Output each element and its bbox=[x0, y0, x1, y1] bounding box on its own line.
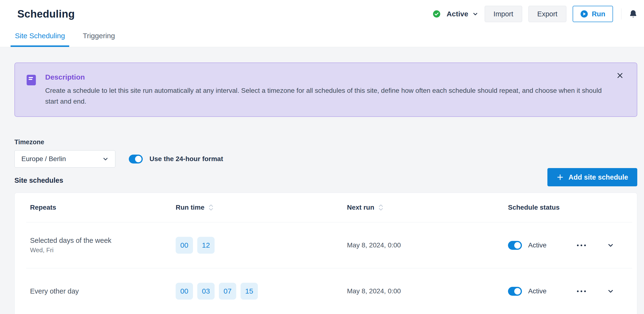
row-expand-chevron-icon[interactable] bbox=[607, 287, 614, 295]
status-check-icon bbox=[433, 10, 440, 18]
chevron-down-icon bbox=[102, 156, 109, 162]
status-cell: Active bbox=[508, 287, 637, 296]
next-run-cell: May 8, 2024, 0:00 bbox=[347, 241, 508, 249]
page-title: Scheduling bbox=[17, 8, 75, 20]
schedule-status-label: Active bbox=[528, 287, 546, 295]
24h-format-toggle[interactable] bbox=[129, 155, 143, 163]
sort-icon[interactable] bbox=[208, 204, 214, 211]
run-time-cell: 00 12 bbox=[176, 237, 347, 254]
column-header-run-time[interactable]: Run time bbox=[176, 204, 347, 211]
play-icon bbox=[580, 10, 588, 18]
run-time-chip[interactable]: 00 bbox=[176, 283, 193, 299]
toggle-knob bbox=[514, 288, 521, 294]
tab-bar: Site Scheduling Triggering bbox=[10, 26, 128, 47]
tab-triggering[interactable]: Triggering bbox=[78, 26, 119, 47]
add-site-schedule-button[interactable]: Add site schedule bbox=[548, 168, 637, 186]
site-status-label: Active bbox=[447, 10, 468, 18]
header-actions: Active Import Export Run bbox=[433, 6, 638, 22]
notifications-bell-icon[interactable] bbox=[628, 9, 638, 19]
run-time-chip[interactable]: 12 bbox=[197, 237, 214, 254]
next-run-cell: May 8, 2024, 0:00 bbox=[347, 287, 508, 295]
table-row: Selected days of the week Wed, Fri 00 12… bbox=[15, 222, 637, 268]
column-header-schedule-status: Schedule status bbox=[508, 204, 637, 211]
repeats-cell: Selected days of the week Wed, Fri bbox=[30, 237, 176, 254]
status-cell: Active bbox=[508, 241, 637, 250]
chevron-down-icon bbox=[472, 11, 478, 17]
banner-body: Create a schedule to let this site run a… bbox=[45, 85, 606, 107]
toggle-knob bbox=[514, 242, 521, 249]
schedule-status-label: Active bbox=[528, 241, 546, 249]
schedule-status-toggle[interactable] bbox=[508, 287, 522, 296]
24h-format-label: Use the 24-hour format bbox=[150, 155, 223, 163]
schedule-status-toggle[interactable] bbox=[508, 241, 522, 250]
run-button[interactable]: Run bbox=[573, 6, 613, 22]
run-time-chip[interactable]: 03 bbox=[197, 283, 214, 299]
banner-text: Description Create a schedule to let thi… bbox=[45, 73, 606, 107]
banner-title: Description bbox=[45, 73, 606, 81]
export-button[interactable]: Export bbox=[528, 6, 566, 22]
import-button[interactable]: Import bbox=[485, 6, 522, 22]
close-icon[interactable] bbox=[616, 71, 624, 80]
content-area: Description Create a schedule to let thi… bbox=[0, 47, 644, 314]
plus-icon bbox=[556, 174, 564, 181]
scheduling-page: Scheduling Active Import Export bbox=[0, 0, 644, 314]
book-icon bbox=[26, 74, 37, 86]
timezone-select[interactable]: Europe / Berlin bbox=[14, 150, 115, 168]
run-time-chip[interactable]: 07 bbox=[219, 283, 236, 299]
schedules-table: Repeats Run time Next run bbox=[14, 193, 637, 314]
timezone-row: Europe / Berlin Use the 24-hour format bbox=[14, 150, 637, 168]
row-menu-icon[interactable] bbox=[574, 288, 588, 294]
run-time-cell: 00 03 07 15 bbox=[176, 283, 347, 299]
run-time-chip[interactable]: 00 bbox=[176, 237, 193, 254]
toggle-knob bbox=[135, 156, 142, 162]
timezone-value: Europe / Berlin bbox=[22, 155, 66, 163]
table-header-row: Repeats Run time Next run bbox=[15, 193, 637, 222]
site-schedules-title: Site schedules bbox=[14, 176, 63, 186]
column-header-repeats: Repeats bbox=[30, 204, 176, 211]
schedules-section-header: Site schedules Add site schedule bbox=[14, 168, 637, 186]
column-header-next-run[interactable]: Next run bbox=[347, 204, 508, 211]
row-expand-chevron-icon[interactable] bbox=[607, 242, 614, 249]
table-row: Every other day 00 03 07 15 May 8, 2024,… bbox=[15, 268, 637, 314]
tab-site-scheduling[interactable]: Site Scheduling bbox=[10, 26, 69, 47]
repeats-cell: Every other day bbox=[30, 287, 176, 295]
run-button-label: Run bbox=[592, 10, 605, 18]
header-divider bbox=[621, 9, 622, 20]
site-status-dropdown[interactable]: Active bbox=[447, 10, 478, 18]
timezone-label: Timezone bbox=[14, 139, 637, 146]
sort-icon[interactable] bbox=[378, 204, 384, 211]
run-time-chip[interactable]: 15 bbox=[240, 283, 258, 299]
description-banner: Description Create a schedule to let thi… bbox=[14, 63, 637, 117]
add-site-schedule-label: Add site schedule bbox=[568, 173, 628, 181]
row-menu-icon[interactable] bbox=[574, 242, 588, 249]
top-bar: Scheduling Active Import Export bbox=[0, 0, 644, 47]
